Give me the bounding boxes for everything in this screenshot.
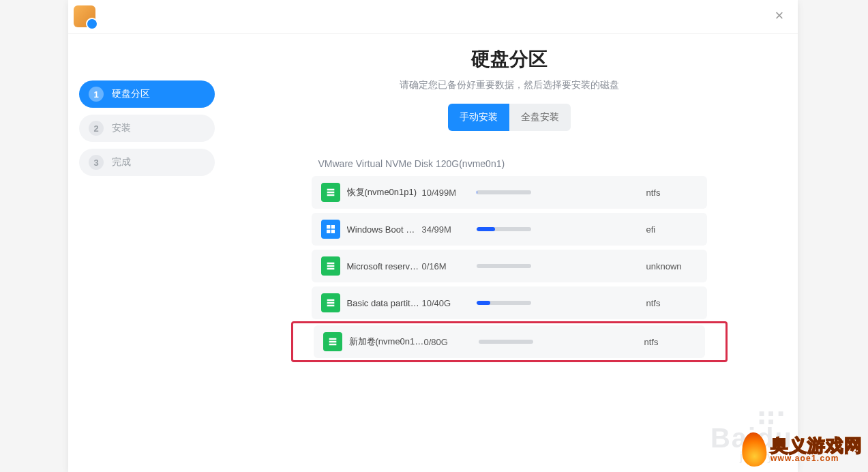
close-button[interactable]: × bbox=[773, 11, 785, 23]
step-number: 1 bbox=[89, 87, 104, 102]
partition-filesystem: ntfs bbox=[646, 298, 698, 308]
partition-size: 34/99M bbox=[422, 224, 470, 235]
disk-group: VMware Virtual NVMe Disk 120G(nvme0n1) 恢… bbox=[312, 158, 707, 362]
step-disk-partition[interactable]: 1 硬盘分区 bbox=[79, 80, 215, 108]
partition-usage-bar bbox=[477, 227, 531, 231]
page-title: 硬盘分区 bbox=[226, 46, 792, 72]
partition-row[interactable]: 新加卷(nvme0n1…0/80Gntfs bbox=[314, 325, 705, 358]
page-subtitle: 请确定您已备份好重要数据，然后选择要安装的磁盘 bbox=[226, 79, 792, 91]
window-body: 1 硬盘分区 2 安装 3 完成 硬盘分区 请确定您已备份好重要数据，然后选择要… bbox=[68, 34, 798, 472]
partition-icon bbox=[323, 332, 342, 351]
tab-full-disk-install[interactable]: 全盘安装 bbox=[509, 104, 571, 131]
partition-icon bbox=[321, 183, 340, 202]
partition-size: 0/16M bbox=[422, 261, 470, 271]
partition-row[interactable]: Windows Boot …34/99Mefi bbox=[312, 213, 707, 246]
partition-filesystem: ntfs bbox=[646, 188, 698, 198]
partition-usage-bar bbox=[477, 301, 531, 305]
partition-filesystem: unknown bbox=[646, 261, 698, 271]
highlight-frame: 新加卷(nvme0n1…0/80Gntfs bbox=[291, 321, 728, 362]
main-panel: 硬盘分区 请确定您已备份好重要数据，然后选择要安装的磁盘 手动安装 全盘安装 V… bbox=[226, 40, 792, 467]
step-label: 完成 bbox=[112, 156, 131, 168]
partition-name: 恢复(nvme0n1p1) bbox=[347, 186, 422, 198]
app-logo-icon bbox=[74, 5, 95, 27]
partition-name: Basic data partit… bbox=[347, 298, 422, 308]
partition-usage-bar bbox=[479, 340, 533, 344]
partition-row[interactable]: Microsoft reserv…0/16Munknown bbox=[312, 250, 707, 282]
partition-row[interactable]: Basic data partit…10/40Gntfs bbox=[312, 286, 707, 319]
step-install[interactable]: 2 安装 bbox=[79, 115, 215, 142]
partition-name: Microsoft reserv… bbox=[347, 261, 422, 271]
step-number: 2 bbox=[89, 121, 104, 136]
step-finish[interactable]: 3 完成 bbox=[79, 149, 215, 176]
sidebar: 1 硬盘分区 2 安装 3 完成 bbox=[74, 40, 220, 467]
partition-icon bbox=[321, 256, 340, 276]
partition-icon bbox=[321, 220, 340, 239]
partition-name: 新加卷(nvme0n1… bbox=[349, 336, 424, 348]
partition-usage-bar bbox=[477, 190, 531, 194]
step-label: 硬盘分区 bbox=[112, 88, 150, 100]
partition-icon bbox=[321, 293, 340, 312]
tab-manual-install[interactable]: 手动安装 bbox=[448, 104, 509, 131]
installer-window: × 1 硬盘分区 2 安装 3 完成 硬盘分区 请确定您已备份好重要数据，然后选… bbox=[68, 0, 798, 472]
titlebar: × bbox=[68, 0, 798, 34]
partition-row[interactable]: 恢复(nvme0n1p1)10/499Mntfs bbox=[312, 176, 707, 209]
step-label: 安装 bbox=[112, 122, 131, 134]
partition-usage-bar bbox=[477, 264, 531, 268]
step-number: 3 bbox=[89, 155, 104, 170]
partition-filesystem: ntfs bbox=[644, 337, 695, 347]
disk-header: VMware Virtual NVMe Disk 120G(nvme0n1) bbox=[318, 158, 707, 169]
partition-filesystem: efi bbox=[646, 224, 698, 235]
partition-size: 0/80G bbox=[424, 337, 472, 347]
install-mode-tabs: 手动安装 全盘安装 bbox=[226, 104, 792, 131]
partition-size: 10/40G bbox=[422, 298, 470, 308]
partition-name: Windows Boot … bbox=[347, 224, 422, 235]
partition-size: 10/499M bbox=[422, 188, 470, 198]
